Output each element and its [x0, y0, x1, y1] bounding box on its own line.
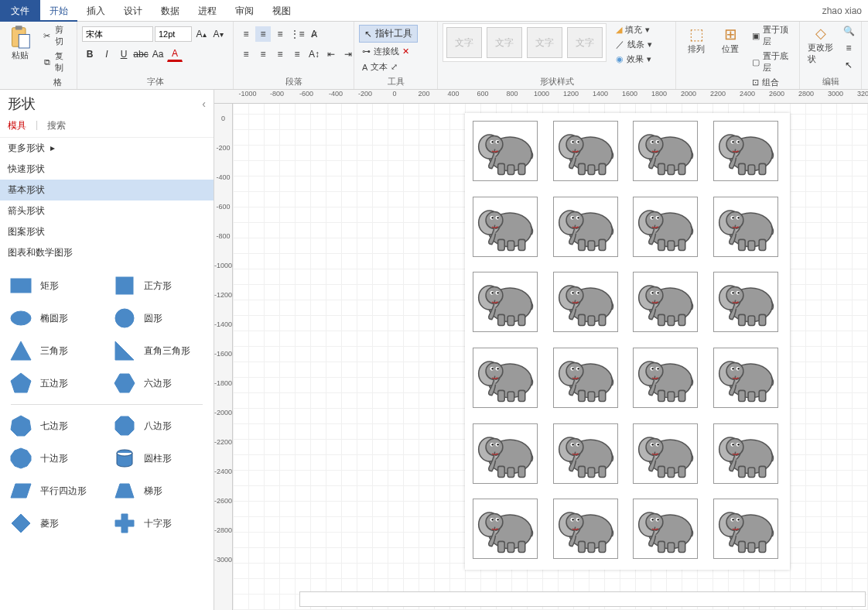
- align-left-button[interactable]: ≡: [238, 46, 254, 62]
- copy-button[interactable]: ⧉复制: [39, 50, 72, 74]
- style-thumb[interactable]: 文字: [446, 27, 482, 58]
- connector-button[interactable]: ⊶连接线✕: [359, 45, 412, 58]
- collapse-panel-button[interactable]: ‹: [202, 98, 206, 110]
- canvas-shape[interactable]: [553, 272, 618, 332]
- align-middle-button[interactable]: ≡: [255, 26, 271, 42]
- shape-style-gallery[interactable]: 文字 文字 文字 文字: [443, 23, 607, 62]
- shape-平行四边形[interactable]: 平行四边形: [3, 475, 107, 507]
- more-shapes[interactable]: 更多形状 ▸: [0, 138, 214, 159]
- canvas-shape[interactable]: [473, 272, 538, 332]
- italic-button[interactable]: I: [99, 46, 114, 62]
- canvas-shape[interactable]: [633, 423, 698, 484]
- shape-十字形[interactable]: 十字形: [107, 507, 210, 540]
- style-thumb[interactable]: 文字: [567, 27, 603, 58]
- shape-梯形[interactable]: 梯形: [107, 475, 210, 507]
- shape-正方形[interactable]: 正方形: [107, 269, 210, 302]
- tab-data[interactable]: 数据: [152, 0, 189, 22]
- pointer-tool-button[interactable]: ↖指针工具: [359, 25, 418, 43]
- tab-review[interactable]: 审阅: [226, 0, 263, 22]
- stencil-tab[interactable]: 模具: [8, 119, 26, 132]
- tab-file[interactable]: 文件: [0, 0, 40, 22]
- indent-inc-button[interactable]: ⇥: [340, 46, 356, 62]
- shape-五边形[interactable]: 五边形: [3, 367, 107, 399]
- shape-菱形[interactable]: 菱形: [3, 507, 107, 540]
- canvas-shape[interactable]: [553, 121, 618, 181]
- cat-basic[interactable]: 基本形状: [0, 180, 214, 200]
- canvas-shape[interactable]: [713, 423, 778, 484]
- shape-六边形[interactable]: 六边形: [107, 367, 210, 399]
- tab-view[interactable]: 视图: [263, 0, 300, 22]
- font-name-select[interactable]: [82, 26, 153, 42]
- canvas-shape[interactable]: [473, 348, 538, 408]
- line-button[interactable]: ／线条▾: [613, 38, 655, 51]
- align-bottom-button[interactable]: ≡: [272, 26, 288, 42]
- tab-insert[interactable]: 插入: [77, 0, 114, 22]
- shape-直角三角形[interactable]: 直角三角形: [107, 334, 210, 367]
- bullets-button[interactable]: ⋮≡: [289, 26, 305, 42]
- bring-front-button[interactable]: ▣置于顶层: [749, 23, 795, 48]
- canvas-shape[interactable]: [713, 499, 778, 559]
- user-name[interactable]: zhao xiao: [822, 5, 862, 16]
- canvas-shape[interactable]: [553, 197, 618, 257]
- find-button[interactable]: 🔍: [841, 23, 856, 39]
- font-size-select[interactable]: [155, 26, 192, 42]
- canvas-shape[interactable]: [633, 499, 698, 559]
- tab-home[interactable]: 开始: [40, 0, 77, 22]
- indent-dec-button[interactable]: ⇤: [323, 46, 339, 62]
- decrease-font-button[interactable]: A▾: [210, 26, 226, 42]
- shape-十边形[interactable]: 十边形: [3, 442, 107, 475]
- arrange-button[interactable]: ⬚排列: [681, 23, 712, 57]
- style-thumb[interactable]: 文字: [527, 27, 562, 58]
- tab-process[interactable]: 进程: [189, 0, 226, 22]
- canvas-shape[interactable]: [713, 272, 778, 332]
- align-center-button[interactable]: ≡: [255, 46, 271, 62]
- drawing-canvas[interactable]: [233, 104, 868, 610]
- effect-button[interactable]: ◉效果▾: [613, 53, 655, 66]
- canvas-shape[interactable]: [633, 272, 698, 332]
- status-input[interactable]: [299, 591, 866, 607]
- change-case-button[interactable]: Aa: [150, 46, 166, 62]
- change-shape-button[interactable]: ◇更改形状: [805, 23, 836, 67]
- canvas-shape[interactable]: [633, 348, 698, 408]
- canvas-shape[interactable]: [713, 197, 778, 257]
- shape-三角形[interactable]: 三角形: [3, 334, 107, 367]
- fill-button[interactable]: ◢填充▾: [613, 23, 655, 36]
- shape-八边形[interactable]: 八边形: [107, 410, 210, 442]
- underline-button[interactable]: U: [116, 46, 132, 62]
- text-tool-button[interactable]: A文本⤢: [359, 60, 401, 74]
- style-thumb[interactable]: 文字: [487, 27, 522, 58]
- canvas-shape[interactable]: [633, 121, 698, 181]
- canvas-shape[interactable]: [713, 348, 778, 408]
- text-direction-button[interactable]: A↕: [306, 46, 322, 62]
- paste-button[interactable]: 粘贴: [5, 23, 36, 63]
- shape-圆柱形[interactable]: 圆柱形: [107, 442, 210, 475]
- increase-font-button[interactable]: A▴: [193, 26, 209, 42]
- strike-button[interactable]: abc: [133, 46, 149, 62]
- canvas-shape[interactable]: [473, 423, 538, 484]
- shape-圆形[interactable]: 圆形: [107, 302, 210, 334]
- canvas-shape[interactable]: [553, 348, 618, 408]
- cat-arrow[interactable]: 箭头形状: [0, 200, 214, 221]
- cat-pattern[interactable]: 图案形状: [0, 221, 214, 242]
- cut-button[interactable]: ✂剪切: [39, 23, 72, 48]
- canvas-shape[interactable]: [633, 197, 698, 257]
- search-tab[interactable]: 搜索: [47, 119, 66, 132]
- shape-七边形[interactable]: 七边形: [3, 410, 107, 442]
- justify-button[interactable]: ≡: [289, 46, 305, 62]
- canvas-shape[interactable]: [473, 499, 538, 559]
- position-button[interactable]: ⊞位置: [715, 23, 746, 57]
- send-back-button[interactable]: ▢置于底层: [749, 50, 795, 74]
- bold-button[interactable]: B: [82, 46, 97, 62]
- shape-椭圆形[interactable]: 椭圆形: [3, 302, 107, 334]
- canvas-shape[interactable]: [713, 121, 778, 181]
- layers-button[interactable]: ≡: [841, 40, 856, 56]
- shape-矩形[interactable]: 矩形: [3, 269, 107, 302]
- font-color-button[interactable]: A: [167, 46, 183, 62]
- canvas-shape[interactable]: [553, 499, 618, 559]
- cat-quick[interactable]: 快速形状: [0, 159, 214, 180]
- align-right-button[interactable]: ≡: [272, 46, 288, 62]
- clear-format-button[interactable]: A̷: [306, 26, 322, 42]
- tab-design[interactable]: 设计: [114, 0, 152, 22]
- canvas-shape[interactable]: [553, 423, 618, 484]
- align-top-button[interactable]: ≡: [238, 26, 254, 42]
